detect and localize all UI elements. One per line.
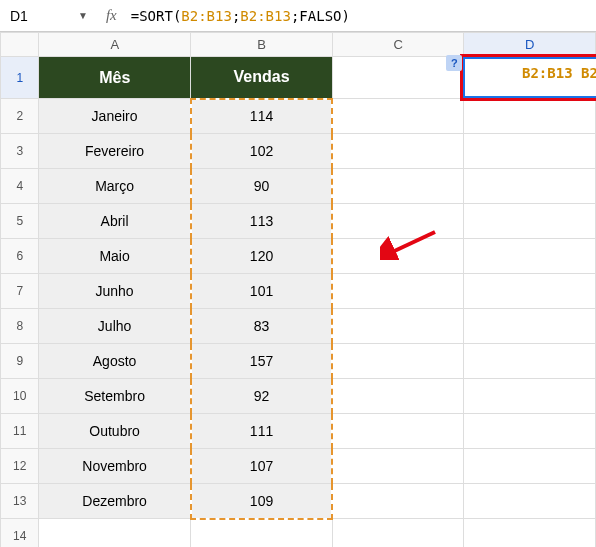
row-header-1[interactable]: 1	[1, 57, 39, 99]
cell-c1[interactable]	[332, 57, 464, 99]
row-header-6[interactable]: 6	[1, 239, 39, 274]
row-header-7[interactable]: 7	[1, 274, 39, 309]
cell-a2[interactable]: Janeiro	[39, 99, 191, 134]
cell-b11[interactable]: 111	[191, 414, 333, 449]
cell-d9[interactable]	[464, 344, 596, 379]
row-header-14[interactable]: 14	[1, 519, 39, 548]
cell-d1-active[interactable]: ? =SORT(B2:B13;B2:B13;FALSO)	[464, 57, 596, 99]
cell-b8[interactable]: 83	[191, 309, 333, 344]
cell-d8[interactable]	[464, 309, 596, 344]
cell-d11[interactable]	[464, 414, 596, 449]
row-header-8[interactable]: 8	[1, 309, 39, 344]
cell-b4[interactable]: 90	[191, 169, 333, 204]
cell-a14[interactable]	[39, 519, 191, 548]
cell-d6[interactable]	[464, 239, 596, 274]
formula-help-icon[interactable]: ?	[446, 55, 462, 71]
row-header-4[interactable]: 4	[1, 169, 39, 204]
cell-a4[interactable]: Março	[39, 169, 191, 204]
row-header-9[interactable]: 9	[1, 344, 39, 379]
cell-c7[interactable]	[332, 274, 464, 309]
row-header-12[interactable]: 12	[1, 449, 39, 484]
cell-d2[interactable]	[464, 99, 596, 134]
cell-b10[interactable]: 92	[191, 379, 333, 414]
cell-d12[interactable]	[464, 449, 596, 484]
cell-a11[interactable]: Outubro	[39, 414, 191, 449]
cell-a13[interactable]: Dezembro	[39, 484, 191, 519]
cell-b2[interactable]: 114	[191, 99, 333, 134]
formula-bar-input[interactable]: =SORT(B2:B13;B2:B13;FALSO)	[131, 8, 350, 24]
row-header-3[interactable]: 3	[1, 134, 39, 169]
cell-b13[interactable]: 109	[191, 484, 333, 519]
cell-c13[interactable]	[332, 484, 464, 519]
cell-d13[interactable]	[464, 484, 596, 519]
fx-icon[interactable]: fx	[106, 7, 117, 24]
cell-a9[interactable]: Agosto	[39, 344, 191, 379]
cell-b1[interactable]: Vendas	[191, 57, 333, 99]
cell-a8[interactable]: Julho	[39, 309, 191, 344]
cell-d4[interactable]	[464, 169, 596, 204]
cell-d14[interactable]	[464, 519, 596, 548]
formula-bar-row: D1 ▼ fx =SORT(B2:B13;B2:B13;FALSO)	[0, 0, 596, 32]
cell-b5[interactable]: 113	[191, 204, 333, 239]
row-header-2[interactable]: 2	[1, 99, 39, 134]
cell-a6[interactable]: Maio	[39, 239, 191, 274]
cell-c8[interactable]	[332, 309, 464, 344]
cell-a3[interactable]: Fevereiro	[39, 134, 191, 169]
cell-d5[interactable]	[464, 204, 596, 239]
cell-b7[interactable]: 101	[191, 274, 333, 309]
cell-c6[interactable]	[332, 239, 464, 274]
cell-a1[interactable]: Mês	[39, 57, 191, 99]
cell-a10[interactable]: Setembro	[39, 379, 191, 414]
cell-c10[interactable]	[332, 379, 464, 414]
cell-c12[interactable]	[332, 449, 464, 484]
col-header-c[interactable]: C	[332, 33, 464, 57]
cell-c5[interactable]	[332, 204, 464, 239]
spreadsheet-grid[interactable]: A B C D 1 Mês Vendas ? =SORT(B2:B13;B2:B…	[0, 32, 596, 547]
row-header-13[interactable]: 13	[1, 484, 39, 519]
cell-c2[interactable]	[332, 99, 464, 134]
cell-c11[interactable]	[332, 414, 464, 449]
col-header-a[interactable]: A	[39, 33, 191, 57]
cell-b3[interactable]: 102	[191, 134, 333, 169]
cell-c4[interactable]	[332, 169, 464, 204]
select-all-corner[interactable]	[1, 33, 39, 57]
cell-c3[interactable]	[332, 134, 464, 169]
cell-a12[interactable]: Novembro	[39, 449, 191, 484]
row-header-11[interactable]: 11	[1, 414, 39, 449]
row-header-5[interactable]: 5	[1, 204, 39, 239]
cell-b12[interactable]: 107	[191, 449, 333, 484]
col-header-d[interactable]: D	[464, 33, 596, 57]
in-cell-formula-editor[interactable]: =SORT(B2:B13;B2:B13;FALSO)	[463, 57, 596, 98]
name-box[interactable]: D1	[6, 6, 66, 26]
row-header-10[interactable]: 10	[1, 379, 39, 414]
cell-c14[interactable]	[332, 519, 464, 548]
name-box-dropdown-icon[interactable]: ▼	[78, 10, 88, 21]
cell-b14[interactable]	[191, 519, 333, 548]
cell-d7[interactable]	[464, 274, 596, 309]
col-header-b[interactable]: B	[191, 33, 333, 57]
cell-b6[interactable]: 120	[191, 239, 333, 274]
cell-d3[interactable]	[464, 134, 596, 169]
cell-b9[interactable]: 157	[191, 344, 333, 379]
cell-c9[interactable]	[332, 344, 464, 379]
cell-a5[interactable]: Abril	[39, 204, 191, 239]
cell-d10[interactable]	[464, 379, 596, 414]
cell-a7[interactable]: Junho	[39, 274, 191, 309]
